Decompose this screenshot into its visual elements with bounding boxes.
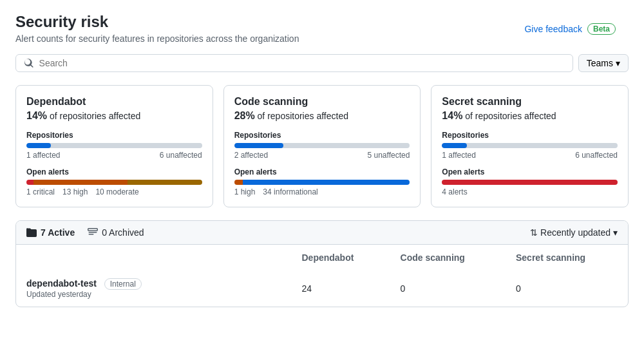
alerts-counts: 1 critical13 high10 moderate bbox=[26, 187, 202, 196]
alerts-bar bbox=[442, 180, 618, 185]
archived-icon bbox=[88, 227, 98, 238]
card-2: Secret scanning 14% of repositories affe… bbox=[431, 85, 629, 207]
alerts-counts: 1 high34 informational bbox=[234, 187, 410, 196]
alerts-label: Open alerts bbox=[234, 167, 410, 176]
repos-bar bbox=[26, 143, 202, 148]
beta-badge: Beta bbox=[587, 23, 616, 35]
alerts-bar bbox=[26, 180, 202, 185]
page-subtitle: Alert counts for security features in re… bbox=[15, 33, 629, 44]
repo-updated: Updated yesterday bbox=[26, 290, 281, 299]
table-row: dependabot-test Internal Updated yesterd… bbox=[16, 271, 628, 307]
repo-dependabot: 24 bbox=[292, 271, 390, 307]
alert-count: 10 moderate bbox=[95, 187, 138, 196]
archived-label: 0 Archived bbox=[102, 227, 144, 238]
repos-counts: 1 affected 6 unaffected bbox=[26, 151, 202, 160]
col-dependabot: Dependabot bbox=[292, 245, 390, 271]
affected-count: 1 affected bbox=[442, 151, 476, 160]
alert-count: 1 high bbox=[234, 187, 256, 196]
affected-count: 1 affected bbox=[26, 151, 61, 160]
alerts-label: Open alerts bbox=[442, 167, 618, 176]
search-icon bbox=[24, 58, 34, 68]
repo-name[interactable]: dependabot-test bbox=[26, 278, 97, 289]
table-header-row: Dependabot Code scanning Secret scanning bbox=[16, 245, 628, 271]
teams-button[interactable]: Teams ▾ bbox=[578, 54, 629, 72]
sort-chevron-icon: ▾ bbox=[613, 227, 618, 238]
repo-table: Dependabot Code scanning Secret scanning… bbox=[16, 245, 628, 307]
unaffected-count: 6 unaffected bbox=[575, 151, 618, 160]
repo-code-scanning: 0 bbox=[390, 271, 506, 307]
alert-count: 1 critical bbox=[26, 187, 55, 196]
card-1: Code scanning 28% of repositories affect… bbox=[223, 85, 421, 207]
alerts-bar bbox=[234, 180, 410, 185]
card-title: Secret scanning bbox=[442, 96, 618, 108]
repos-counts: 1 affected 6 unaffected bbox=[442, 151, 618, 160]
sort-label: Recently updated bbox=[540, 227, 611, 238]
repos-label: Repositories bbox=[442, 131, 618, 140]
active-label: 7 Active bbox=[41, 227, 75, 238]
card-title: Code scanning bbox=[234, 96, 410, 108]
col-code-scanning: Code scanning bbox=[390, 245, 506, 271]
alert-count: 4 alerts bbox=[442, 187, 467, 196]
repo-info: dependabot-test Internal Updated yesterd… bbox=[16, 271, 292, 307]
search-row: Teams ▾ bbox=[15, 54, 629, 72]
repo-tag: Internal bbox=[104, 278, 142, 290]
repos-label: Repositories bbox=[26, 131, 202, 140]
teams-chevron-icon: ▾ bbox=[616, 58, 620, 68]
active-repos-icon bbox=[26, 227, 37, 238]
card-pct: 14% of repositories affected bbox=[26, 110, 202, 122]
repo-secret-scanning: 0 bbox=[506, 271, 628, 307]
teams-label: Teams bbox=[587, 58, 613, 68]
alerts-counts: 4 alerts bbox=[442, 187, 618, 196]
card-pct: 14% of repositories affected bbox=[442, 110, 618, 122]
alert-count: 34 informational bbox=[263, 187, 317, 196]
alerts-label: Open alerts bbox=[26, 167, 202, 176]
search-box bbox=[15, 54, 573, 72]
repo-section: 7 Active 0 Archived ⇅ Recently updated ▾… bbox=[15, 220, 629, 307]
affected-count: 2 affected bbox=[234, 151, 269, 160]
feedback-link[interactable]: Give feedback bbox=[524, 24, 582, 34]
cards-row: Dependabot 14% of repositories affected … bbox=[15, 85, 629, 207]
repos-label: Repositories bbox=[234, 131, 410, 140]
repos-counts: 2 affected 5 unaffected bbox=[234, 151, 410, 160]
alert-count: 13 high bbox=[62, 187, 88, 196]
repos-bar bbox=[234, 143, 410, 148]
card-title: Dependabot bbox=[26, 96, 202, 108]
card-0: Dependabot 14% of repositories affected … bbox=[15, 85, 213, 207]
unaffected-count: 5 unaffected bbox=[367, 151, 410, 160]
col-secret-scanning: Secret scanning bbox=[506, 245, 628, 271]
repo-section-header: 7 Active 0 Archived ⇅ Recently updated ▾ bbox=[16, 221, 628, 245]
repos-bar bbox=[442, 143, 618, 148]
tab-active[interactable]: 7 Active bbox=[26, 227, 75, 238]
card-pct: 28% of repositories affected bbox=[234, 110, 410, 122]
sort-icon: ⇅ bbox=[530, 227, 538, 238]
tab-archived[interactable]: 0 Archived bbox=[88, 227, 144, 238]
search-input[interactable] bbox=[39, 58, 565, 68]
unaffected-count: 6 unaffected bbox=[160, 151, 202, 160]
sort-dropdown[interactable]: ⇅ Recently updated ▾ bbox=[530, 227, 618, 238]
